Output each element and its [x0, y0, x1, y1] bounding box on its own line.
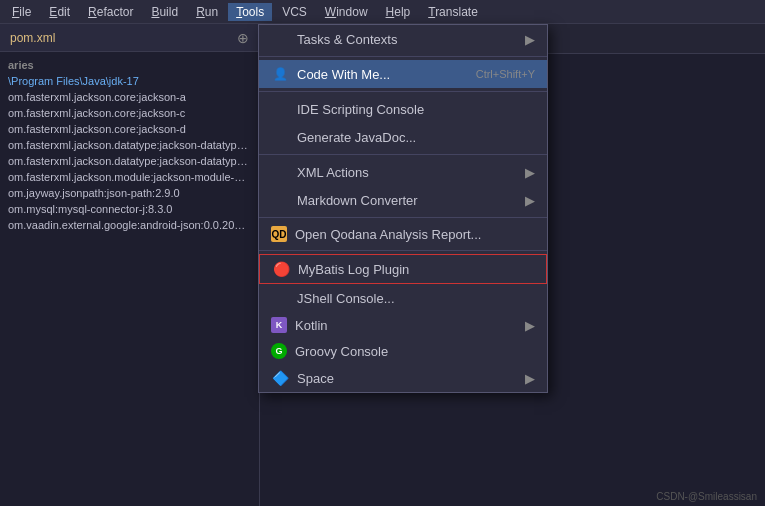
generate-javadoc-label: Generate JavaDoc...	[297, 130, 416, 145]
separator-5	[259, 250, 547, 251]
kotlin-icon: K	[271, 317, 287, 333]
markdown-icon	[271, 191, 289, 209]
tools-menu: Tasks & Contexts ▶ 👤 Code With Me... Ctr…	[258, 24, 548, 393]
tasks-icon	[271, 30, 289, 48]
qodana-label: Open Qodana Analysis Report...	[295, 227, 481, 242]
code-with-me-label: Code With Me...	[297, 67, 390, 82]
mybatis-label: MyBatis Log Plugin	[298, 262, 409, 277]
jshell-label: JShell Console...	[297, 291, 395, 306]
space-arrow: ▶	[525, 371, 535, 386]
qodana-icon: QD	[271, 226, 287, 242]
person-icon: 👤	[271, 65, 289, 83]
jshell-icon	[271, 289, 289, 307]
markdown-arrow: ▶	[525, 193, 535, 208]
menu-code-with-me[interactable]: 👤 Code With Me... Ctrl+Shift+Y	[259, 60, 547, 88]
separator-3	[259, 154, 547, 155]
javadoc-icon	[271, 128, 289, 146]
menu-jshell[interactable]: JShell Console...	[259, 284, 547, 312]
menu-groovy[interactable]: G Groovy Console	[259, 338, 547, 364]
markdown-label: Markdown Converter	[297, 193, 418, 208]
menu-space[interactable]: 🔷 Space ▶	[259, 364, 547, 392]
groovy-icon: G	[271, 343, 287, 359]
menu-xml-actions[interactable]: XML Actions ▶	[259, 158, 547, 186]
separator-2	[259, 91, 547, 92]
kotlin-arrow: ▶	[525, 318, 535, 333]
ide-scripting-label: IDE Scripting Console	[297, 102, 424, 117]
xml-arrow: ▶	[525, 165, 535, 180]
xml-icon	[271, 163, 289, 181]
xml-actions-label: XML Actions	[297, 165, 369, 180]
menu-tasks-contexts[interactable]: Tasks & Contexts ▶	[259, 25, 547, 53]
tasks-label: Tasks & Contexts	[297, 32, 397, 47]
mybatis-icon: 🔴	[272, 260, 290, 278]
separator-4	[259, 217, 547, 218]
menu-mybatis[interactable]: 🔴 MyBatis Log Plugin	[259, 254, 547, 284]
menu-generate-javadoc[interactable]: Generate JavaDoc...	[259, 123, 547, 151]
ide-scripting-icon	[271, 100, 289, 118]
menu-qodana[interactable]: QD Open Qodana Analysis Report...	[259, 221, 547, 247]
separator-1	[259, 56, 547, 57]
menu-markdown[interactable]: Markdown Converter ▶	[259, 186, 547, 214]
space-icon: 🔷	[271, 369, 289, 387]
kotlin-label: Kotlin	[295, 318, 328, 333]
menu-kotlin[interactable]: K Kotlin ▶	[259, 312, 547, 338]
groovy-console-label: Groovy Console	[295, 344, 388, 359]
tasks-arrow: ▶	[525, 32, 535, 47]
dropdown-overlay: Tasks & Contexts ▶ 👤 Code With Me... Ctr…	[0, 0, 765, 506]
code-with-me-shortcut: Ctrl+Shift+Y	[476, 68, 535, 80]
space-label: Space	[297, 371, 334, 386]
menu-ide-scripting[interactable]: IDE Scripting Console	[259, 95, 547, 123]
